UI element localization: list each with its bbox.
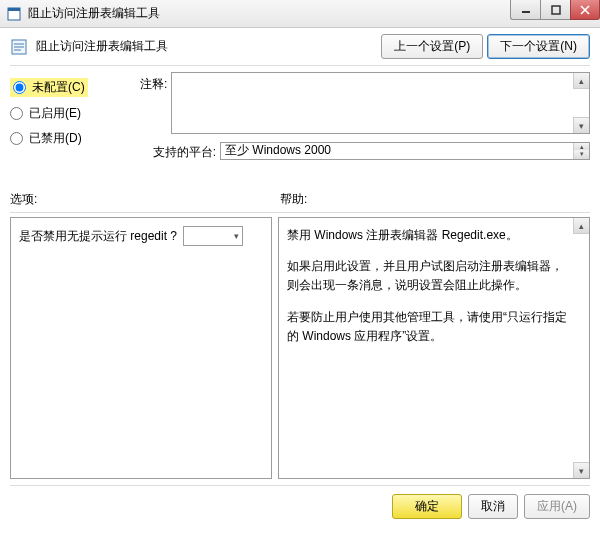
next-setting-button[interactable]: 下一个设置(N): [487, 34, 590, 59]
policy-title: 阻止访问注册表编辑工具: [36, 38, 168, 55]
radio-disabled[interactable]: 已禁用(D): [10, 130, 130, 147]
radio-enabled-input[interactable]: [10, 107, 23, 120]
help-p3: 若要防止用户使用其他管理工具，请使用“只运行指定的 Windows 应用程序”设…: [287, 308, 567, 346]
maximize-button[interactable]: [540, 0, 570, 20]
help-text: 禁用 Windows 注册表编辑器 Regedit.exe。 如果启用此设置，并…: [287, 226, 581, 346]
settings-right: 注释: ▴ ▾ 支持的平台: 至少 Windows 2000 ▴ ▾: [140, 72, 590, 161]
policy-icon: [10, 38, 28, 56]
help-label: 帮助:: [280, 192, 307, 206]
mid-labels: 选项: 帮助:: [0, 161, 600, 212]
supported-value: 至少 Windows 2000: [225, 142, 331, 159]
radio-not-configured-input[interactable]: [13, 81, 26, 94]
header-left: 阻止访问注册表编辑工具: [10, 38, 168, 56]
header: 阻止访问注册表编辑工具 上一个设置(P) 下一个设置(N): [0, 28, 600, 61]
radio-enabled-label: 已启用(E): [29, 105, 81, 122]
ok-button[interactable]: 确定: [392, 494, 462, 519]
chevron-down-icon: ▾: [234, 231, 239, 241]
help-panel: ▴ ▾ 禁用 Windows 注册表编辑器 Regedit.exe。 如果启用此…: [278, 217, 590, 479]
close-button[interactable]: [570, 0, 600, 20]
scroll-up-icon[interactable]: ▴: [573, 73, 589, 89]
svg-rect-3: [552, 6, 560, 14]
help-p1: 禁用 Windows 注册表编辑器 Regedit.exe。: [287, 226, 567, 245]
footer: 确定 取消 应用(A): [10, 485, 590, 519]
option-select[interactable]: ▾: [183, 226, 243, 246]
options-panel: 是否禁用无提示运行 regedit ? ▾: [10, 217, 272, 479]
prev-setting-button[interactable]: 上一个设置(P): [381, 34, 483, 59]
option-row: 是否禁用无提示运行 regedit ? ▾: [19, 226, 263, 246]
panels: 是否禁用无提示运行 regedit ? ▾ ▴ ▾ 禁用 Windows 注册表…: [0, 213, 600, 485]
options-label: 选项:: [10, 192, 37, 206]
radio-enabled[interactable]: 已启用(E): [10, 105, 130, 122]
help-p2: 如果启用此设置，并且用户试图启动注册表编辑器，则会出现一条消息，说明设置会阻止此…: [287, 257, 567, 295]
minimize-button[interactable]: [510, 0, 540, 20]
radio-disabled-label: 已禁用(D): [29, 130, 82, 147]
radio-not-configured-label: 未配置(C): [32, 79, 85, 96]
scroll-down-icon[interactable]: ▾: [573, 150, 589, 159]
supported-row: 支持的平台: 至少 Windows 2000 ▴ ▾: [140, 140, 590, 161]
app-icon: [6, 6, 22, 22]
comment-row: 注释: ▴ ▾: [140, 72, 590, 134]
option-question: 是否禁用无提示运行 regedit ?: [19, 228, 177, 245]
comment-label: 注释:: [140, 72, 167, 93]
supported-label: 支持的平台:: [140, 140, 216, 161]
supported-field: 至少 Windows 2000 ▴ ▾: [220, 142, 590, 160]
radio-not-configured[interactable]: 未配置(C): [10, 78, 88, 97]
window-buttons: [510, 0, 600, 20]
title-bar: 阻止访问注册表编辑工具: [0, 0, 600, 28]
radio-disabled-input[interactable]: [10, 132, 23, 145]
scroll-down-icon[interactable]: ▾: [573, 462, 589, 478]
radio-group: 未配置(C) 已启用(E) 已禁用(D): [10, 72, 130, 161]
svg-rect-1: [8, 8, 20, 11]
scroll-down-icon[interactable]: ▾: [573, 117, 589, 133]
apply-button[interactable]: 应用(A): [524, 494, 590, 519]
nav-buttons: 上一个设置(P) 下一个设置(N): [381, 34, 590, 59]
window-title: 阻止访问注册表编辑工具: [28, 5, 160, 22]
comment-field[interactable]: ▴ ▾: [171, 72, 590, 134]
scroll-up-icon[interactable]: ▴: [573, 218, 589, 234]
settings-area: 未配置(C) 已启用(E) 已禁用(D) 注释: ▴ ▾ 支持的平台: 至少 W…: [0, 66, 600, 161]
cancel-button[interactable]: 取消: [468, 494, 518, 519]
